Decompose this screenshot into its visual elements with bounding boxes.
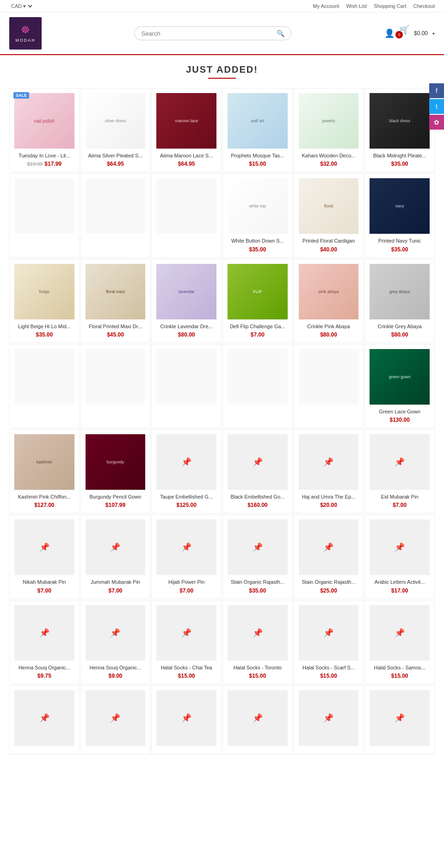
product-card[interactable]: 📌Hijab Power Pin$7.00	[151, 514, 222, 599]
section-underline	[208, 78, 236, 79]
instagram-link[interactable]: ✿	[429, 115, 444, 130]
product-sale-price: $127.00	[34, 502, 54, 508]
product-price-container: $107.99	[86, 502, 146, 508]
product-sale-price: $15.00	[320, 673, 337, 679]
pin-icon: 📌	[323, 628, 333, 638]
product-card[interactable]: FLIPDefi Flip Challenge Ga...$7.00	[222, 259, 293, 343]
product-image-placeholder: 📌	[156, 519, 216, 575]
product-card[interactable]	[151, 344, 222, 428]
product-card[interactable]: floral maxiFloral Printed Maxi Dr...$45.…	[80, 259, 151, 343]
product-card[interactable]: white topWhite Button Down S...$35.00	[222, 173, 293, 257]
product-image-empty	[156, 349, 216, 405]
product-card[interactable]: 📌Halal Socks - Toronto$15.00	[222, 600, 293, 684]
product-card[interactable]: 📌	[9, 685, 80, 755]
product-image-placeholder: 📌	[156, 690, 216, 746]
product-card[interactable]	[80, 173, 151, 257]
product-card[interactable]: 📌	[222, 685, 293, 755]
search-input[interactable]	[141, 30, 277, 37]
product-name: Tuesday In Love - Lit...	[14, 152, 74, 159]
product-name: Printed Floral Cardigan	[299, 237, 359, 244]
product-card[interactable]: 📌Henna Souq Organic...$9.00	[80, 600, 151, 684]
product-price-container: $19.99$17.99	[14, 161, 74, 167]
product-card[interactable]: green gownGreen Lace Gown$130.00	[364, 344, 435, 428]
pin-icon: 📌	[253, 713, 263, 723]
product-sale-price: $64.95	[107, 161, 124, 167]
product-price-container: $130.00	[370, 417, 430, 423]
product-card[interactable]: maroon laceAiima Maroon Lace S...$64.95	[151, 88, 222, 172]
product-card[interactable]: kashmiriKashmiri Pink Chiffon...$127.00	[9, 429, 80, 513]
checkout-link[interactable]: Checkout	[413, 3, 435, 9]
product-card[interactable]: jewelryKahani Wooden Deco...$32.00	[294, 88, 364, 172]
product-sale-price: $25.00	[320, 587, 337, 594]
logo[interactable]: ☸ MODAH	[9, 17, 42, 50]
cart-icon-wrapper[interactable]: 🛒 0	[399, 25, 409, 42]
product-name: Henna Souq Organic...	[14, 664, 74, 671]
product-sale-price: $80.00	[391, 331, 408, 338]
product-card[interactable]: 📌Stain Organic Rajasth...$35.00	[222, 514, 293, 599]
product-card[interactable]: pink abayaCrinkle Pink Abaya$80.00	[294, 259, 364, 343]
product-card[interactable]: SALEnail polishTuesday In Love - Lit...$…	[9, 88, 80, 172]
product-card[interactable]: 📌	[294, 685, 364, 755]
product-card[interactable]	[9, 173, 80, 257]
product-card[interactable]	[151, 173, 222, 257]
product-card[interactable]: 📌	[364, 685, 435, 755]
product-card[interactable]: 📌Halal Socks - Samos...$15.00	[364, 600, 435, 684]
product-price-container: $80.00	[299, 331, 359, 338]
product-image-placeholder: 📌	[370, 434, 430, 490]
product-card[interactable]: 📌Black Embellished Go...$160.00	[222, 429, 293, 513]
currency-dropdown[interactable]: CAD ▾	[9, 3, 34, 9]
currency-selector[interactable]: CAD ▾	[9, 3, 34, 9]
product-price-container: $80.00	[156, 331, 216, 338]
product-image-empty	[228, 349, 288, 405]
product-name: Crinkle Grey Abaya	[370, 323, 430, 330]
product-name: Aiima Maroon Lace S...	[156, 152, 216, 159]
product-card[interactable]: black dressBlack Midnight Pleate...$35.0…	[364, 88, 435, 172]
product-image-placeholder: 📌	[156, 434, 216, 490]
shopping-cart-link[interactable]: Shopping Cart	[374, 3, 406, 9]
user-icon[interactable]: 👤	[384, 28, 395, 38]
header-icons: 👤 🛒 0 $0.00 ▾	[384, 25, 435, 42]
product-name: Haj and Umra The Ep...	[299, 493, 359, 500]
product-image-empty	[156, 178, 216, 234]
product-card[interactable]: 📌Nikah Mubarak Pin$7.00	[9, 514, 80, 599]
product-name: Henna Souq Organic...	[86, 664, 146, 671]
product-price-container: $64.95	[156, 161, 216, 167]
product-card[interactable]: 📌Haj and Umra The Ep...$20.00	[294, 429, 364, 513]
twitter-link[interactable]: t	[429, 99, 444, 114]
product-image-empty	[299, 349, 359, 405]
product-card[interactable]: floralPrinted Floral Cardigan$40.00	[294, 173, 364, 257]
product-card[interactable]: burgundyBurgundy Pencil Gown$107.99	[80, 429, 151, 513]
product-card[interactable]: 📌Arabic Letters Activit...$17.00	[364, 514, 435, 599]
product-card[interactable]: navyPrinted Navy Tunic$35.00	[364, 173, 435, 257]
product-image-empty	[86, 178, 146, 234]
product-card[interactable]: 📌Jummah Mubarak Pin$7.00	[80, 514, 151, 599]
product-card[interactable]	[294, 344, 364, 428]
product-card[interactable]: 📌Eid Mubarak Pin$7.00	[364, 429, 435, 513]
wish-list-link[interactable]: Wish List	[346, 3, 367, 9]
product-card[interactable]: 📌Halal Socks - Chai Tea$15.00	[151, 600, 222, 684]
product-card[interactable]: 📌Henna Souq Organic...$9.75	[9, 600, 80, 684]
product-card[interactable]	[222, 344, 293, 428]
product-card[interactable]: beigeLight Beige Hi Lo Mid...$35.00	[9, 259, 80, 343]
pin-icon: 📌	[39, 542, 49, 552]
product-price-container: $15.00	[299, 673, 359, 679]
product-card[interactable]: silver dressAiima Silver Pleated S...$64…	[80, 88, 151, 172]
cart-dropdown-icon[interactable]: ▾	[432, 31, 435, 36]
product-card[interactable]: lavendarCrinkle Lavendar Dre...$80.00	[151, 259, 222, 343]
product-card[interactable]: wall artProphets Mosque Tas...$15.00	[222, 88, 293, 172]
product-card[interactable]: 📌Taupe Embellished G...$125.00	[151, 429, 222, 513]
product-card[interactable]	[80, 344, 151, 428]
product-card[interactable]	[9, 344, 80, 428]
product-sale-price: $35.00	[391, 246, 408, 253]
search-bar[interactable]: 🔍	[134, 26, 291, 40]
product-card[interactable]: 📌	[80, 685, 151, 755]
search-icon[interactable]: 🔍	[277, 30, 284, 37]
product-card[interactable]: grey abayaCrinkle Grey Abaya$80.00	[364, 259, 435, 343]
product-card[interactable]: 📌Halal Socks - Scarf S...$15.00	[294, 600, 364, 684]
product-card[interactable]: 📌Stain Organic Rajasth...$25.00	[294, 514, 364, 599]
product-image: FLIP	[228, 264, 288, 319]
facebook-link[interactable]: f	[429, 83, 444, 98]
my-account-link[interactable]: My Account	[313, 3, 339, 9]
product-card[interactable]: 📌	[151, 685, 222, 755]
product-image: kashmiri	[14, 434, 74, 490]
